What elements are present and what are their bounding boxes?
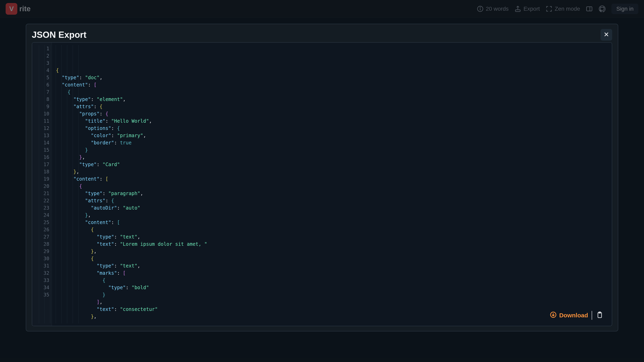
line-number: 31 [32, 262, 49, 270]
line-number: 27 [32, 233, 49, 241]
code-line: "marks": [ [56, 270, 608, 277]
line-number: 25 [32, 219, 49, 226]
code-body[interactable]: { "type": "doc", "content": [ { "type": … [52, 43, 612, 326]
code-line: "props": { [56, 110, 608, 117]
copy-button[interactable] [596, 311, 604, 319]
line-number: 29 [32, 248, 49, 255]
code-line: }, [56, 154, 608, 161]
close-button[interactable] [600, 29, 612, 41]
code-panel: 1234567891011121314151617181920212223242… [32, 42, 612, 326]
code-line: "type": "paragraph", [56, 190, 608, 197]
line-number: 21 [32, 190, 49, 197]
line-number: 17 [32, 161, 49, 168]
line-number: 24 [32, 212, 49, 219]
code-line: "color": "primary", [56, 132, 608, 139]
line-number: 28 [32, 241, 49, 248]
code-line: ], [56, 299, 608, 306]
line-number: 18 [32, 168, 49, 175]
code-line: "type": "text", [56, 262, 608, 270]
line-number: 3 [32, 59, 49, 67]
code-line: "type": "doc", [56, 74, 608, 81]
line-number: 14 [32, 139, 49, 146]
code-line: "text": "Lorem ipsum dolor sit amet, " [56, 241, 608, 248]
code-line: { [56, 88, 608, 96]
line-number: 19 [32, 175, 49, 183]
code-gutter: 1234567891011121314151617181920212223242… [32, 43, 52, 326]
code-line: { [56, 226, 608, 233]
line-number: 32 [32, 270, 49, 277]
code-line: } [56, 291, 608, 299]
code-line: "autoDir": "auto" [56, 204, 608, 212]
code-line: "options": { [56, 125, 608, 132]
export-actions: Download [550, 311, 604, 320]
code-line: "type": "element", [56, 96, 608, 103]
line-number: 20 [32, 183, 49, 190]
code-line: }, [56, 313, 608, 320]
line-number: 26 [32, 226, 49, 233]
divider [592, 311, 592, 320]
code-line: { [56, 277, 608, 284]
code-line: { [56, 255, 608, 262]
code-line: "type": "bold" [56, 284, 608, 291]
code-line: "border": true [56, 139, 608, 146]
line-number: 11 [32, 117, 49, 125]
code-line: }, [56, 248, 608, 255]
line-number: 4 [32, 67, 49, 74]
code-line: "title": "Hello World", [56, 117, 608, 125]
line-number: 33 [32, 277, 49, 284]
code-line: "content": [ [56, 219, 608, 226]
code-line: "type": "text", [56, 233, 608, 241]
code-line: { [56, 67, 608, 74]
json-export-modal: JSON Export 1234567891011121314151617181… [26, 24, 618, 332]
line-number: 8 [32, 96, 49, 103]
line-number: 12 [32, 125, 49, 132]
code-line: "type": "Card" [56, 161, 608, 168]
line-number: 6 [32, 81, 49, 88]
code-line: { [56, 183, 608, 190]
code-line: "content": [ [56, 175, 608, 183]
code-line: "attrs": { [56, 197, 608, 204]
close-icon [603, 31, 610, 39]
code-line: "content": [ [56, 81, 608, 88]
modal-header: JSON Export [32, 29, 612, 41]
line-number: 34 [32, 284, 49, 291]
line-number: 15 [32, 146, 49, 154]
code-line: } [56, 146, 608, 154]
line-number: 10 [32, 110, 49, 117]
line-number: 2 [32, 52, 49, 59]
line-number: 23 [32, 204, 49, 212]
line-number: 13 [32, 132, 49, 139]
download-button[interactable]: Download [550, 311, 588, 320]
line-number: 35 [32, 291, 49, 299]
code-line: }, [56, 168, 608, 175]
code-line: "text": "consectetur" [56, 306, 608, 313]
code-line: "attrs": { [56, 103, 608, 110]
line-number: 1 [32, 45, 49, 52]
code-line: }, [56, 212, 608, 219]
line-number: 5 [32, 74, 49, 81]
line-number: 16 [32, 154, 49, 161]
download-icon [550, 311, 557, 320]
line-number: 9 [32, 103, 49, 110]
line-number: 22 [32, 197, 49, 204]
clipboard-icon [596, 311, 603, 319]
line-number: 30 [32, 255, 49, 262]
modal-title: JSON Export [32, 30, 86, 40]
line-number: 7 [32, 88, 49, 96]
download-label: Download [559, 312, 588, 319]
